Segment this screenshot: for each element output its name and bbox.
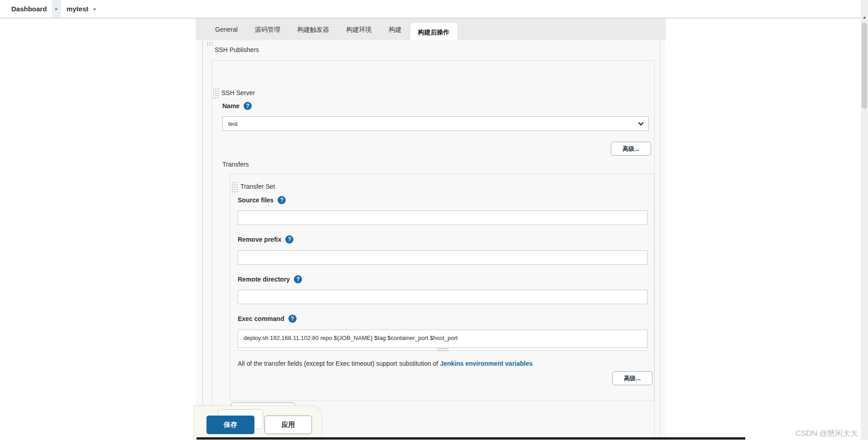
remove-prefix-label: Remove prefix [238,236,281,243]
drag-handle-icon[interactable] [206,42,214,46]
help-icon[interactable]: ? [278,196,286,204]
tab-post-build-actions[interactable]: 构建后操作 [410,23,457,42]
source-files-label: Source files [238,196,273,204]
textarea-resize-handle[interactable] [238,348,647,351]
name-label-row: Name ? [222,102,252,110]
remote-directory-label: Remote directory [238,276,290,283]
ssh-server-name-value: test [228,120,238,127]
source-files-input[interactable] [238,210,647,225]
chevron-down-icon [638,121,644,127]
tab-build[interactable]: 构建 [380,19,410,40]
save-button[interactable]: 保存 [206,416,254,434]
ssh-publishers-title: SSH Publishers [215,46,259,53]
exec-command-label-row: Exec command ? [238,315,297,323]
exec-command-textarea[interactable]: deploy.sh 192.168.11.102:80 repo ${JOB_N… [238,330,647,348]
source-files-label-row: Source files ? [238,196,286,204]
substitution-help-text: All of the transfer fields (except for E… [238,360,532,367]
remove-prefix-input[interactable] [238,250,647,265]
remove-prefix-label-row: Remove prefix ? [238,235,293,244]
help-icon[interactable]: ? [294,275,302,283]
breadcrumb-job-link[interactable]: mytest [61,5,94,13]
help-icon[interactable]: ? [285,235,293,244]
remote-directory-input[interactable] [238,290,647,304]
breadcrumb-separator: ▸ [52,0,61,18]
drag-handle-icon[interactable] [231,182,238,193]
chevron-right-icon[interactable]: ▸ [94,6,96,12]
breadcrumb: Dashboard ▸ mytest ▸ [0,0,868,19]
remote-directory-label-row: Remote directory ? [238,275,302,283]
transfer-set-block: Transfer Set Source files ? Remove prefi… [230,174,654,401]
tab-source-management[interactable]: 源码管理 [246,19,289,40]
substitution-help-prefix: All of the transfer fields (except for E… [238,360,440,367]
save-footer: 保存 应用 [194,406,322,440]
vertical-scrollbar[interactable]: ▲ [861,0,868,440]
watermark-text: CSDN @慧闲大大 [796,428,858,439]
post-build-content: SSH Publishers SSH Server Name ? test 高级… [202,40,660,440]
config-tabbar: General 源码管理 构建触发器 构建环境 构建 构建后操作 [196,19,666,40]
breadcrumb-dashboard-link[interactable]: Dashboard [0,5,52,13]
tab-build-triggers[interactable]: 构建触发器 [289,19,338,40]
help-icon[interactable]: ? [288,315,297,323]
scroll-up-icon[interactable]: ▲ [861,14,868,21]
apply-button[interactable]: 应用 [264,416,312,434]
config-panel: General 源码管理 构建触发器 构建环境 构建 构建后操作 SSH Pub… [196,19,666,440]
ssh-server-name-select[interactable]: test [222,116,649,131]
transfers-title: Transfers [222,161,249,168]
exec-command-label: Exec command [238,315,284,322]
drag-handle-icon[interactable] [212,88,219,100]
jenkins-env-vars-link[interactable]: Jenkins environment variables [440,360,533,367]
ssh-server-title: SSH Server [221,89,255,96]
chevron-right-icon[interactable]: ▸ [55,6,58,12]
transfer-set-title: Transfer Set [240,183,275,190]
viewport-bottom-edge [197,437,745,440]
scrollbar-thumb[interactable] [862,23,867,109]
name-label: Name [222,102,240,110]
tab-general[interactable]: General [206,19,246,40]
ssh-server-advanced-button[interactable]: 高级... [611,142,651,156]
help-icon[interactable]: ? [244,102,252,110]
jenkins-config-page: Dashboard ▸ mytest ▸ General 源码管理 构建触发器 … [0,0,868,440]
tab-build-environment[interactable]: 构建环境 [338,19,380,40]
transfer-set-advanced-button[interactable]: 高级... [612,371,652,385]
